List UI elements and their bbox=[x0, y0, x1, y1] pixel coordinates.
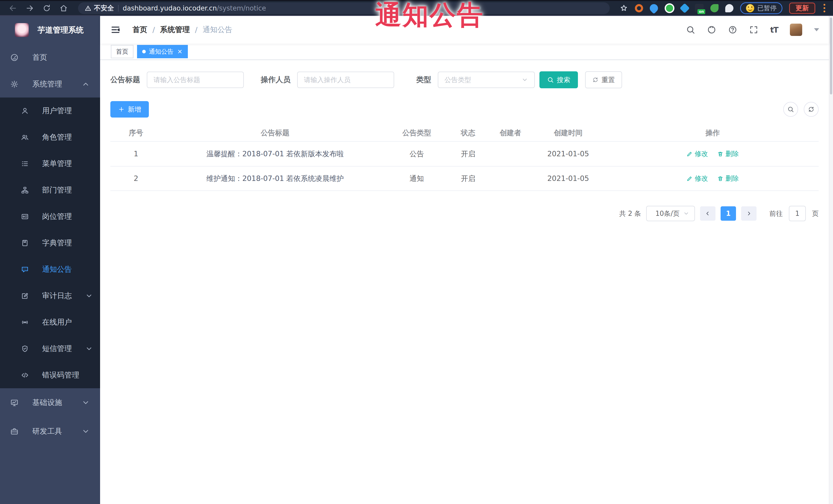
type-select[interactable]: 公告类型 bbox=[438, 72, 535, 88]
breadcrumb-home[interactable]: 首页 bbox=[133, 25, 147, 35]
cell-status: 开启 bbox=[445, 174, 491, 184]
extension-icon[interactable] bbox=[725, 4, 733, 12]
avatar-dropdown-caret[interactable] bbox=[814, 28, 819, 31]
system-submenu: 用户管理 角色管理 菜单管理 部门管理 岗位管理 字典管理 bbox=[0, 97, 100, 388]
breadcrumb-section[interactable]: 系统管理 bbox=[160, 25, 190, 35]
search-icon[interactable] bbox=[686, 25, 695, 34]
extension-icon[interactable] bbox=[680, 3, 690, 13]
sidebar-item-departments[interactable]: 部门管理 bbox=[0, 177, 100, 203]
browser-home-button[interactable] bbox=[57, 2, 70, 15]
notice-title-input[interactable] bbox=[147, 72, 244, 88]
operator-label: 操作人员 bbox=[261, 75, 290, 85]
delete-link[interactable]: 删除 bbox=[717, 174, 739, 183]
chevron-down-icon bbox=[81, 399, 90, 407]
extension-icon[interactable]: on bbox=[695, 4, 704, 13]
sidebar-collapse-button[interactable] bbox=[110, 24, 121, 35]
extension-icon[interactable] bbox=[710, 4, 718, 12]
chevron-down-icon bbox=[85, 292, 93, 300]
refresh-table-button[interactable] bbox=[804, 102, 818, 117]
header-created: 创建时间 bbox=[530, 128, 606, 138]
sidebar-item-roles[interactable]: 角色管理 bbox=[0, 124, 100, 150]
toggle-search-button[interactable] bbox=[783, 102, 798, 117]
sidebar-item-home[interactable]: 首页 bbox=[0, 44, 100, 71]
sidebar-item-infrastructure[interactable]: 基础设施 bbox=[0, 388, 100, 417]
profile-paused-badge[interactable]: 已暂停 bbox=[740, 2, 782, 14]
page-unit-label: 页 bbox=[812, 209, 818, 218]
code-icon bbox=[21, 371, 29, 379]
extension-icon[interactable] bbox=[665, 3, 674, 13]
edit-link[interactable]: 修改 bbox=[687, 149, 708, 158]
extension-icon[interactable] bbox=[635, 4, 643, 12]
sidebar: 芋道管理系统 首页 系统管理 用户管理 角色管理 菜单管理 bbox=[0, 16, 100, 504]
book-icon bbox=[21, 239, 29, 247]
sidebar-item-dictionary[interactable]: 字典管理 bbox=[0, 230, 100, 256]
close-icon[interactable] bbox=[177, 49, 183, 54]
goto-page-input[interactable] bbox=[789, 206, 806, 221]
browser-update-button[interactable]: 更新 bbox=[789, 3, 815, 14]
page-content: 公告标题 操作人员 类型 公告类型 搜索 重置 bbox=[100, 60, 829, 504]
app-title: 芋道管理系统 bbox=[38, 25, 84, 35]
users-icon bbox=[21, 134, 29, 141]
current-page-button[interactable]: 1 bbox=[721, 206, 736, 221]
sidebar-item-menus[interactable]: 菜单管理 bbox=[0, 150, 100, 177]
sidebar-item-error-codes[interactable]: 错误码管理 bbox=[0, 362, 100, 388]
app-logo-row[interactable]: 芋道管理系统 bbox=[0, 16, 100, 44]
tab-notice[interactable]: 通知公告 bbox=[137, 45, 188, 58]
fullscreen-icon[interactable] bbox=[749, 25, 758, 34]
browser-forward-button[interactable] bbox=[23, 2, 37, 15]
trash-icon bbox=[717, 175, 723, 182]
chevron-down-icon bbox=[683, 211, 689, 217]
edit-link[interactable]: 修改 bbox=[687, 174, 708, 183]
browser-reload-button[interactable] bbox=[40, 2, 53, 15]
search-button[interactable]: 搜索 bbox=[540, 71, 578, 88]
page-size-select[interactable]: 10条/页 bbox=[646, 206, 695, 221]
security-chip[interactable]: 不安全 bbox=[85, 4, 114, 13]
browser-toolbar: 不安全 dashboard.yudao.iocoder.cn/system/no… bbox=[0, 0, 833, 16]
chevron-down-icon bbox=[521, 76, 528, 83]
window-scrollbar[interactable] bbox=[829, 16, 833, 504]
tab-home[interactable]: 首页 bbox=[111, 45, 134, 58]
sidebar-item-notice[interactable]: 通知公告 bbox=[0, 256, 100, 283]
next-page-button[interactable] bbox=[741, 206, 757, 221]
help-icon[interactable] bbox=[728, 25, 737, 34]
user-avatar[interactable] bbox=[790, 24, 802, 36]
extension-icon[interactable] bbox=[648, 2, 660, 14]
dashboard-icon bbox=[10, 53, 19, 62]
sidebar-item-posts[interactable]: 岗位管理 bbox=[0, 203, 100, 230]
reset-button[interactable]: 重置 bbox=[585, 71, 622, 88]
cell-no: 2 bbox=[110, 174, 162, 183]
font-size-icon[interactable]: tT bbox=[770, 25, 778, 34]
github-icon[interactable] bbox=[707, 25, 716, 34]
sidebar-item-dev-tools[interactable]: 研发工具 bbox=[0, 417, 100, 446]
prev-page-button[interactable] bbox=[700, 206, 715, 221]
cell-created: 2021-01-05 bbox=[530, 150, 606, 158]
browser-menu-button[interactable] bbox=[822, 4, 827, 12]
type-label: 类型 bbox=[416, 75, 431, 85]
chevron-down-icon bbox=[81, 427, 90, 435]
scrollbar-thumb[interactable] bbox=[830, 18, 832, 94]
header-creator: 创建者 bbox=[491, 128, 530, 138]
tags-view-bar: 首页 通知公告 bbox=[100, 44, 829, 60]
breadcrumb-separator: / bbox=[152, 25, 155, 34]
pagination: 共 2 条 10条/页 1 前往 页 bbox=[110, 206, 818, 221]
table-toolbar: 新增 bbox=[110, 101, 818, 118]
chevron-left-icon bbox=[705, 211, 711, 217]
notice-title-label: 公告标题 bbox=[110, 75, 140, 85]
delete-link[interactable]: 删除 bbox=[717, 149, 739, 158]
screen: 不安全 dashboard.yudao.iocoder.cn/system/no… bbox=[0, 0, 833, 504]
security-label: 不安全 bbox=[94, 4, 114, 13]
cell-no: 1 bbox=[110, 150, 162, 158]
browser-back-button[interactable] bbox=[6, 2, 20, 15]
sidebar-item-sms[interactable]: 短信管理 bbox=[0, 335, 100, 362]
add-button[interactable]: 新增 bbox=[110, 101, 149, 118]
trash-icon bbox=[717, 151, 723, 157]
operator-input[interactable] bbox=[297, 72, 394, 88]
sidebar-item-system[interactable]: 系统管理 bbox=[0, 71, 100, 97]
bookmark-star-icon[interactable] bbox=[619, 4, 628, 13]
sidebar-item-online-users[interactable]: 在线用户 bbox=[0, 309, 100, 335]
briefcase-icon bbox=[10, 427, 19, 435]
pencil-icon bbox=[687, 151, 693, 157]
sidebar-item-users[interactable]: 用户管理 bbox=[0, 97, 100, 124]
address-bar[interactable]: 不安全 dashboard.yudao.iocoder.cn/system/no… bbox=[78, 2, 610, 14]
sidebar-item-audit-log[interactable]: 审计日志 bbox=[0, 283, 100, 309]
